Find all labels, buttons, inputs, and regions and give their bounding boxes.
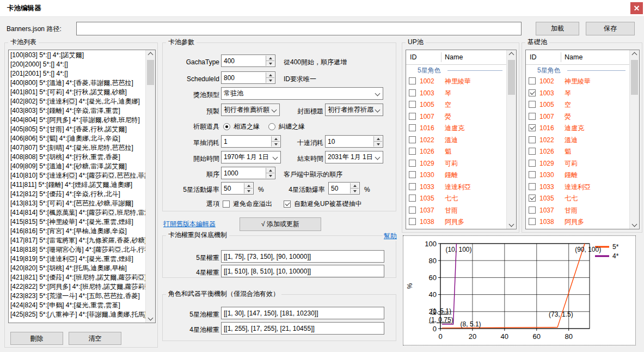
pool-weight4-input[interactable]: [[1, 255], [17, 255], [21, 10455]] [221,322,384,335]
character-row[interactable]: 1038阿貝多 [526,216,630,228]
checkbox-unchecked-icon[interactable] [409,113,416,120]
pool-list-item[interactable]: [410|810] 5*:[達達利亞] 4*:[蘿莎莉亞,芭芭拉,菲謝爾] [9,171,146,180]
pool-list-item[interactable]: [406|806] 5*:[魈] 4*:[迪奧娜,北斗,辛焱] [9,134,146,143]
pool-list-item[interactable]: [404|804] 5*:[阿貝多] 4*:[菲謝爾,砂糖,班尼特] [9,116,146,125]
checkbox-unchecked-icon[interactable] [529,136,536,143]
checkbox-unchecked-icon[interactable] [409,124,416,131]
character-row[interactable]: 1016迪盧克 [406,123,507,135]
pool-list-item[interactable]: [417|817] 5*:[雷電將軍] 4*:[九條裟羅,香菱,砂糖] [9,236,146,245]
help-link[interactable]: 幫助 [383,232,398,241]
scroll-up-button[interactable] [146,50,155,59]
order-spinner[interactable] [266,168,274,178]
radio-intertwined-fate[interactable]: 糾纏之緣 [268,122,305,131]
scheduleid-input[interactable]: 800 [221,71,275,84]
character-row[interactable]: 1007熒 [526,111,630,123]
pool-list-item[interactable]: [423|823] 5*:[荒瀧一斗] 4*:[五郎,芭芭拉,香菱] [9,292,146,301]
checkbox-checked-icon[interactable] [284,201,291,208]
rate5-spinner[interactable] [244,183,253,193]
rate4-spinner[interactable] [350,183,359,193]
character-row[interactable]: 1026魈 [406,146,507,158]
pool-list-item[interactable]: [419|819] 5*:[達達利亞] 4*:[凝光,重雲,煙緋] [9,254,146,264]
scroll-up-button[interactable] [630,50,639,59]
character-row[interactable]: 1035七七 [526,193,630,205]
pool-list-item[interactable]: [403|803] 5*:[鍾離] 4*:[辛焱,雷澤,重雲] [9,106,146,116]
character-row[interactable]: 1002神里綾華 [406,76,507,88]
ten-cost-spinner[interactable] [373,136,382,147]
checkbox-checked-icon[interactable] [529,195,536,202]
pool-list-item[interactable]: [405|805] 5*:[甘雨] 4*:[香菱,行秋,諾艾爾] [9,125,146,134]
character-row[interactable]: 1037甘雨 [406,205,507,217]
gachatype-input[interactable]: 400 [221,54,275,67]
pool-list-item[interactable]: [418|818] 5*:[珊瑚宮心海] 4*:[蘿莎莉亞,北斗,行秋] [9,245,146,254]
character-row[interactable]: 1033達達利亞 [406,181,507,193]
character-row[interactable]: 1022溫迪 [406,135,507,147]
character-row[interactable]: 1035七七 [406,193,507,205]
scroll-thumb[interactable] [631,60,638,95]
character-row[interactable]: 1002神里綾華 [526,76,630,88]
pool-list-item[interactable]: [201|2001] 5*:[] 4*:[] [9,69,146,78]
scroll-up-button[interactable] [507,50,516,59]
base-pool-scrollbar[interactable] [629,50,639,229]
character-row[interactable]: 1038阿貝多 [406,216,507,228]
checkbox-checked-icon[interactable] [529,89,536,96]
pool-list-item[interactable]: [414|814] 5*:[楓原萬葉] 4*:[蘿莎莉亞,班尼特,雷澤] [9,208,146,217]
character-row[interactable]: 1016迪盧克 [526,123,630,135]
checkbox-unchecked-icon[interactable] [529,113,536,120]
checkbox-unchecked-icon[interactable] [529,183,536,190]
start-time-picker[interactable]: 1970年 1月 1日 [221,151,281,163]
pool-list-item[interactable]: [422|822] 5*:[阿貝多] 4*:[班尼特,諾艾爾,蘿莎莉亞] [9,282,146,292]
radio-meet-fate[interactable]: 相遇之緣 [223,122,260,131]
pool-list-item[interactable]: [416|816] 5*:[宵宮] 4*:[早柚,迪奧娜,辛焱] [9,227,146,236]
character-row[interactable]: 1007熒 [406,111,507,123]
character-row[interactable]: 1005空 [406,99,507,111]
pool-list-item[interactable]: [408|808] 5*:[胡桃] 4*:[行秋,重雲,香菱] [9,153,146,162]
pool-list-item[interactable]: [413|813] 5*:[可莉] 4*:[芭芭拉,砂糖,菲謝爾] [9,199,146,208]
clear-button[interactable]: 清空 [69,332,121,345]
ten-cost-input[interactable]: 10 [325,135,383,148]
checkbox-unchecked-icon[interactable] [529,207,536,214]
close-button[interactable] [630,2,643,14]
add-or-update-button[interactable]: √ 添加或更新 [240,217,321,231]
character-row[interactable]: 1029可莉 [526,158,630,170]
single-cost-input[interactable]: 1 [221,135,281,148]
delete-button[interactable]: 刪除 [10,332,63,345]
checkbox-unchecked-icon[interactable] [409,207,416,214]
character-row[interactable]: 1030鍾離 [406,169,507,181]
pool-list-item[interactable]: [407|807] 5*:[刻晴] 4*:[凝光,班尼特,芭芭拉] [9,143,146,153]
pool-list-item[interactable]: [409|809] 5*:[溫迪] 4*:[砂糖,雷澤,諾艾爾] [9,162,146,171]
pool-list-item[interactable]: [415|815] 5*:[神里綾華] 4*:[凝光,重雲,煙緋] [9,217,146,227]
pool-list-item[interactable]: [421|821] 5*:[優菈] 4*:[班尼特,諾艾爾,蘿莎莉亞] [9,273,146,282]
scroll-down-button[interactable] [630,220,639,229]
checkbox-unchecked-icon[interactable] [409,136,416,143]
checkbox-unchecked-icon[interactable] [529,171,536,178]
checkbox-unchecked-icon[interactable] [529,77,536,84]
pool-list-item[interactable]: [402|802] 5*:[達達利亞] 4*:[凝光,北斗,迪奧娜] [9,97,146,106]
scroll-down-button[interactable] [146,313,155,323]
pool-list-item[interactable]: [401|801] 5*:[可莉] 4*:[行秋,諾艾爾,砂糖] [9,88,146,97]
checkbox-checked-icon[interactable] [529,124,536,131]
checkbox-unchecked-icon[interactable] [529,218,536,225]
load-button[interactable]: 加載 [536,22,579,35]
pool-list-item[interactable]: [420|820] 5*:[胡桃] 4*:[托馬,迪奧娜,早柚] [9,264,146,273]
character-row[interactable]: 1030鍾離 [526,169,630,181]
pool-type-combobox[interactable]: 常驻池 [221,87,383,100]
pool-list-item[interactable]: [424|824] 5*:[申鶴] 4*:[凝光,重雲,雲堇] [9,301,146,310]
end-time-picker[interactable]: 2031年 1月 1日 [325,151,383,163]
scroll-thumb[interactable] [147,60,154,85]
single-cost-spinner[interactable] [271,136,280,147]
checkbox-unchecked-icon[interactable] [409,101,416,108]
pool-list-item[interactable]: [412|812] 5*:[優菈] 4*:[辛焱,行秋,北斗] [9,190,146,199]
character-row[interactable]: 1005空 [526,99,630,111]
pool-list-scrollbar[interactable] [145,50,155,323]
character-row[interactable]: 1029可莉 [406,158,507,170]
character-row[interactable]: 1003琴 [526,88,630,100]
option-avoid-constellation-overflow[interactable]: 避免命座溢出 [223,199,272,208]
character-row[interactable]: 1033達達利亞 [526,181,630,193]
checkbox-unchecked-icon[interactable] [409,148,416,155]
cover-title-combobox[interactable]: 初行者推荐祈愿 [325,104,383,116]
checkbox-unchecked-icon[interactable] [409,77,416,84]
character-row[interactable]: 1026魈 [526,146,630,158]
weight4-input[interactable]: [[1, 510], [8, 510], [10, 10000]] [221,265,384,277]
pool-list-item[interactable]: [100|803] 5*:[] 4*:[諾艾爾] [9,51,146,60]
scroll-down-button[interactable] [507,220,516,229]
